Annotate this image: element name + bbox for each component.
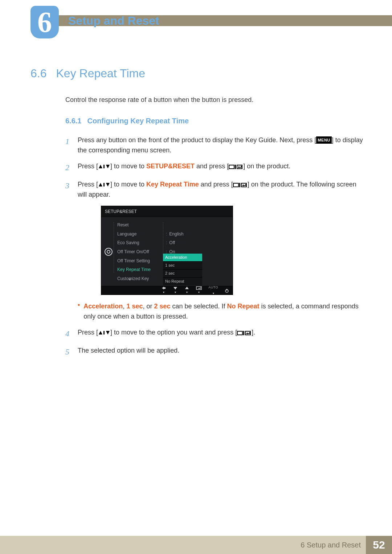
key-repeat-time-label: Key Repeat Time	[146, 181, 199, 188]
svg-marker-6	[238, 166, 239, 168]
osd-values: :English :Off :On : Acceleration1 sec2 s…	[162, 219, 233, 284]
setup-reset-label: SETUP&RESET	[146, 163, 195, 170]
step-2: 2 Press [] to move to SETUP&RESET and pr…	[65, 161, 363, 174]
osd-bottom-bar: ▾ ▾ ▾ ▾ AUTO▾	[101, 286, 233, 295]
step-1: 1 Press any button on the front of the p…	[65, 135, 363, 156]
svg-rect-3	[229, 165, 234, 169]
chevron-down-icon: ▴	[129, 276, 131, 283]
enter-icon: ▾	[196, 286, 202, 295]
step-5: 5 The selected option will be applied.	[65, 346, 363, 358]
step-number: 4	[65, 328, 73, 340]
step-number: 1	[65, 135, 73, 156]
source-enter-icon	[237, 330, 252, 336]
osd-dropdown: Acceleration1 sec2 secNo Repeat	[163, 254, 202, 285]
subsection-number: 6.6.1	[65, 117, 81, 125]
menu-badge: MENU	[316, 136, 331, 144]
svg-marker-0	[99, 165, 102, 168]
bullet-icon: •	[78, 301, 80, 322]
svg-marker-27	[246, 332, 248, 335]
step-4: 4 Press [] to move to the option you wan…	[65, 328, 363, 340]
power-icon	[225, 288, 229, 293]
osd-title: SETUP&RESET	[101, 206, 233, 217]
svg-rect-24	[237, 331, 242, 335]
step-3: 3 Press [] to move to Key Repeat Time an…	[65, 180, 363, 322]
svg-rect-4	[235, 165, 236, 169]
osd-menu-item: Reset	[117, 221, 162, 230]
svg-marker-13	[242, 184, 244, 186]
chapter-badge: 6	[30, 6, 59, 38]
svg-rect-22	[103, 331, 105, 335]
svg-marker-17	[185, 287, 189, 289]
svg-rect-11	[239, 183, 240, 187]
subsection-title: Configuring Key Repeat Time	[87, 117, 189, 125]
svg-marker-16	[173, 287, 177, 290]
svg-marker-2	[106, 165, 110, 168]
osd-dropdown-item: 2 sec	[163, 269, 202, 277]
back-icon: ▾	[161, 286, 166, 295]
step-3-bullet: • Acceleration, 1 sec, or 2 sec can be s…	[78, 301, 363, 322]
svg-rect-10	[233, 183, 238, 187]
osd-menu-item: Key Repeat Time	[117, 265, 162, 274]
step-number: 3	[65, 180, 73, 322]
svg-marker-9	[106, 183, 110, 186]
subsection-heading: 6.6.1 Configuring Key Repeat Time	[65, 117, 363, 125]
step-body: Press [] to move to SETUP&RESET and pres…	[78, 161, 363, 174]
osd-dropdown-item: 1 sec	[163, 261, 202, 269]
auto-label: AUTO▾	[208, 285, 218, 296]
osd-menu-item: Off Timer On/Off	[117, 247, 162, 257]
gear-icon	[105, 248, 113, 256]
section-intro: Control the response rate of a button wh…	[65, 96, 363, 104]
osd-dropdown-item: No Repeat	[163, 277, 202, 285]
svg-rect-15	[164, 287, 166, 289]
step-body: Press [] to move to the option you want …	[78, 328, 363, 340]
osd-menu-item: Off Timer Setting	[117, 257, 162, 266]
svg-rect-25	[243, 331, 244, 335]
footer-label: 6 Setup and Reset	[295, 536, 366, 554]
up-icon: ▾	[184, 286, 189, 295]
svg-marker-23	[106, 331, 110, 335]
svg-marker-14	[162, 287, 164, 290]
osd-menu-item: Language	[117, 230, 162, 239]
footer-page: 52	[366, 536, 392, 554]
down-icon: ▾	[173, 286, 178, 295]
svg-rect-1	[103, 165, 105, 168]
step-body: Press any button on the front of the pro…	[78, 135, 363, 156]
up-down-icon	[98, 164, 110, 169]
chapter-number: 6	[37, 8, 52, 37]
osd-menu-item: Customized Key	[117, 274, 162, 283]
svg-marker-7	[99, 183, 102, 186]
section-number: 6.6	[30, 67, 46, 80]
content: 6.6 Key Repeat Time Control the response…	[30, 67, 363, 364]
step-number: 2	[65, 161, 73, 174]
step-number: 5	[65, 346, 73, 358]
up-down-icon	[98, 182, 110, 187]
osd-menu-item: Eco Saving	[117, 238, 162, 247]
osd-menu: ResetLanguageEco SavingOff Timer On/OffO…	[114, 219, 162, 284]
svg-marker-21	[99, 331, 102, 335]
step-body: The selected option will be applied.	[78, 346, 363, 358]
source-enter-icon	[233, 182, 248, 188]
section-heading: 6.6 Key Repeat Time	[30, 67, 363, 80]
osd-screenshot: SETUP&RESET ResetLanguageEco SavingOff T…	[101, 206, 363, 295]
osd-dropdown-item: Acceleration	[163, 254, 202, 261]
section-title: Key Repeat Time	[56, 67, 145, 80]
step-body: Press [] to move to Key Repeat Time and …	[78, 180, 363, 322]
chapter-title: Setup and Reset	[68, 15, 159, 26]
footer: 6 Setup and Reset 52	[0, 536, 392, 554]
bullet-text: Acceleration, 1 sec, or 2 sec can be sel…	[83, 301, 363, 322]
svg-rect-8	[103, 183, 105, 186]
source-enter-icon	[229, 164, 243, 170]
svg-rect-18	[196, 287, 201, 290]
steps-list: 1 Press any button on the front of the p…	[65, 135, 363, 358]
up-down-icon	[98, 330, 110, 335]
